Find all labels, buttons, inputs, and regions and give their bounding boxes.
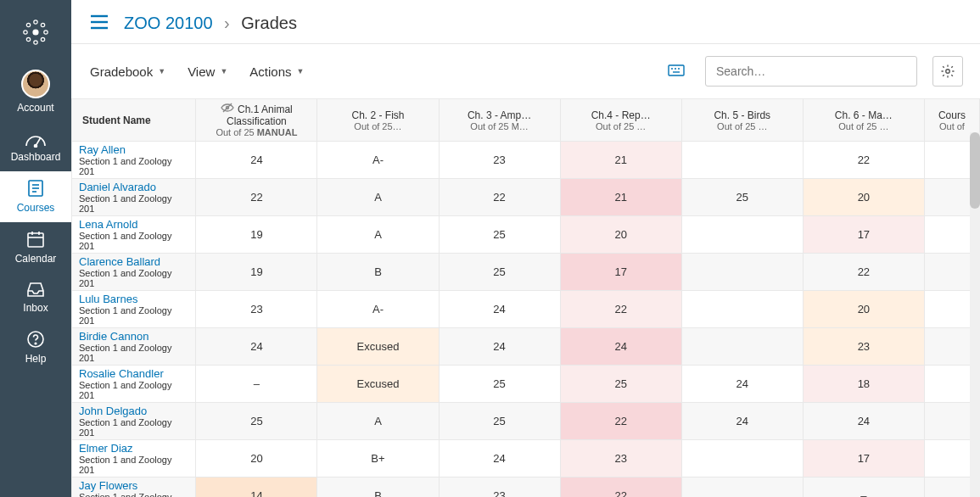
grade-cell[interactable]: 24	[681, 403, 803, 440]
scrollbar-thumb[interactable]	[970, 132, 980, 209]
student-cell[interactable]: Jay FlowersSection 1 and Zoology 201	[72, 477, 196, 498]
student-link[interactable]: Daniel Alvarado	[79, 181, 156, 193]
gradebook-menu[interactable]: Gradebook ▼	[87, 59, 169, 84]
assignment-header[interactable]: Ch. 2 - FishOut of 25…	[317, 99, 439, 142]
grade-cell[interactable]: 17	[803, 216, 924, 254]
student-link[interactable]: Ray Allen	[79, 143, 126, 156]
grade-cell[interactable]: 23	[439, 142, 560, 179]
grade-cell[interactable]: 22	[803, 254, 924, 291]
breadcrumb-course[interactable]: ZOO 20100	[124, 14, 213, 32]
grade-cell[interactable]: B	[317, 254, 439, 291]
nav-calendar[interactable]: Calendar	[0, 222, 71, 273]
grade-cell[interactable]: 23	[560, 440, 681, 477]
search-input[interactable]	[705, 56, 917, 87]
grade-cell[interactable]: 22	[196, 179, 317, 216]
grade-cell[interactable]: B+	[317, 440, 439, 477]
grade-cell[interactable]: 25	[439, 366, 560, 403]
grade-cell[interactable]	[681, 440, 803, 477]
grade-cell[interactable]: Excused	[317, 328, 439, 366]
grade-cell[interactable]	[681, 254, 803, 291]
assignment-header[interactable]: Ch.1 Animal ClassificationOut of 25 MANU…	[196, 99, 317, 142]
view-menu[interactable]: View ▼	[184, 59, 231, 84]
grade-cell[interactable]: 24	[196, 328, 317, 366]
grade-cell[interactable]: 24	[196, 142, 317, 179]
grade-cell[interactable]: 24	[681, 366, 803, 403]
grade-cell[interactable]: A	[317, 216, 439, 254]
grade-cell[interactable]: 22	[560, 291, 681, 328]
grade-cell[interactable]: 24	[439, 328, 560, 366]
student-link[interactable]: Jay Flowers	[79, 479, 137, 492]
student-cell[interactable]: John DelgadoSection 1 and Zoology 201	[72, 403, 196, 440]
grade-cell[interactable]: –	[196, 366, 317, 403]
grade-cell[interactable]: A-	[317, 291, 439, 328]
student-link[interactable]: Lulu Barnes	[79, 293, 137, 305]
grade-cell[interactable]	[681, 142, 803, 179]
grade-cell[interactable]: 25	[439, 216, 560, 254]
student-link[interactable]: Rosalie Chandler	[79, 367, 164, 380]
student-link[interactable]: Clarence Ballard	[79, 255, 160, 268]
nav-help[interactable]: Help	[0, 322, 71, 373]
grade-cell[interactable]: 19	[196, 254, 317, 291]
assignment-header[interactable]: Ch.4 - Rep…Out of 25 …	[560, 99, 681, 142]
student-link[interactable]: John Delgado	[79, 405, 147, 417]
student-cell[interactable]: Elmer DiazSection 1 and Zoology 201	[72, 440, 196, 477]
grade-cell[interactable]: 24	[560, 328, 681, 366]
keyboard-shortcuts-button[interactable]	[668, 64, 685, 79]
student-name-header[interactable]: Student Name	[72, 99, 196, 142]
student-cell[interactable]: Lena ArnoldSection 1 and Zoology 201	[72, 216, 196, 254]
grade-cell[interactable]: 20	[196, 440, 317, 477]
grade-cell[interactable]: Excused	[317, 366, 439, 403]
grade-cell[interactable]: A	[317, 179, 439, 216]
student-link[interactable]: Birdie Cannon	[79, 330, 148, 343]
grade-cell[interactable]: 22	[560, 403, 681, 440]
grade-cell[interactable]	[681, 291, 803, 328]
grade-cell[interactable]: 25	[196, 403, 317, 440]
grade-cell[interactable]: 23	[803, 328, 924, 366]
nav-dashboard[interactable]: Dashboard	[0, 122, 71, 171]
student-cell[interactable]: Birdie CannonSection 1 and Zoology 201	[72, 328, 196, 366]
grade-cell[interactable]: 20	[560, 216, 681, 254]
grade-cell[interactable]: 20	[803, 179, 924, 216]
grade-cell[interactable]: 23	[196, 291, 317, 328]
nav-inbox[interactable]: Inbox	[0, 273, 71, 322]
grade-cell[interactable]: 25	[560, 366, 681, 403]
grade-cell[interactable]: –	[803, 477, 924, 498]
grade-cell[interactable]: 17	[803, 440, 924, 477]
student-link[interactable]: Elmer Diaz	[79, 442, 133, 455]
student-cell[interactable]: Rosalie ChandlerSection 1 and Zoology 20…	[72, 366, 196, 403]
grade-cell[interactable]	[681, 328, 803, 366]
hamburger-button[interactable]	[90, 14, 109, 32]
grade-cell[interactable]: 21	[560, 179, 681, 216]
grade-cell[interactable]: A-	[317, 142, 439, 179]
search-field[interactable]	[705, 56, 917, 87]
grade-cell[interactable]: 19	[196, 216, 317, 254]
grade-cell[interactable]: 18	[803, 366, 924, 403]
grade-cell[interactable]: 25	[681, 179, 803, 216]
grade-cell[interactable]: A	[317, 403, 439, 440]
student-cell[interactable]: Clarence BallardSection 1 and Zoology 20…	[72, 254, 196, 291]
grade-cell[interactable]: 24	[439, 440, 560, 477]
grade-cell[interactable]: 25	[439, 403, 560, 440]
grade-cell[interactable]: 21	[560, 142, 681, 179]
gradebook-grid-container[interactable]: Student NameCh.1 Animal ClassificationOu…	[71, 98, 980, 497]
grade-cell[interactable]: B	[317, 477, 439, 498]
actions-menu[interactable]: Actions ▼	[246, 59, 307, 84]
nav-account[interactable]: Account	[0, 63, 71, 122]
student-cell[interactable]: Daniel AlvaradoSection 1 and Zoology 201	[72, 179, 196, 216]
student-cell[interactable]: Lulu BarnesSection 1 and Zoology 201	[72, 291, 196, 328]
nav-courses[interactable]: Courses	[0, 171, 71, 222]
assignment-header[interactable]: Ch. 5 - BirdsOut of 25 …	[681, 99, 803, 142]
student-link[interactable]: Lena Arnold	[79, 218, 137, 231]
grade-cell[interactable]: 22	[803, 142, 924, 179]
settings-button[interactable]	[932, 56, 963, 87]
grade-cell[interactable]: 25	[439, 254, 560, 291]
grade-cell[interactable]: 23	[439, 477, 560, 498]
grade-cell[interactable]: 20	[803, 291, 924, 328]
assignment-header[interactable]: Ch. 6 - Ma…Out of 25 …	[803, 99, 924, 142]
vertical-scrollbar[interactable]	[970, 132, 980, 497]
assignment-header[interactable]: Ch. 3 - Amp…Out of 25 M…	[439, 99, 560, 142]
grade-cell[interactable]: 14	[196, 477, 317, 498]
grade-cell[interactable]	[681, 216, 803, 254]
grade-cell[interactable]: 24	[439, 291, 560, 328]
grade-cell[interactable]	[681, 477, 803, 498]
